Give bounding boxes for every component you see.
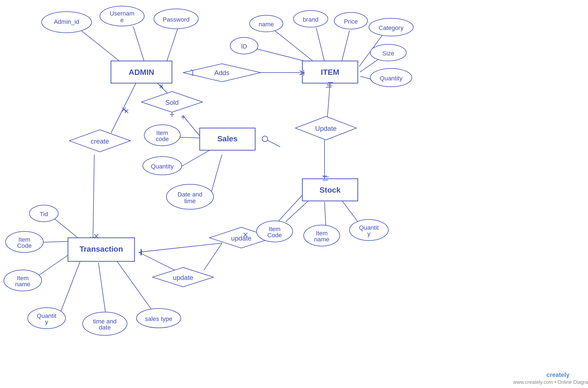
item-id-label: ID <box>241 43 247 50</box>
sales-dt-label: Date and <box>178 191 202 198</box>
adds-label: Adds <box>214 69 230 76</box>
username-label: Usernam <box>110 10 134 17</box>
svg-point-32 <box>262 136 268 142</box>
update-trans-label: update <box>173 274 193 281</box>
svg-line-3 <box>275 30 313 62</box>
item-name-label: name <box>258 21 274 28</box>
sold-label: Sold <box>165 99 179 106</box>
sales-qty-label: Quantity <box>151 163 174 170</box>
stock-qty-label2: y <box>368 230 371 237</box>
create-label: create <box>91 137 109 145</box>
svg-line-22 <box>111 83 136 133</box>
svg-line-6 <box>255 48 306 62</box>
trans-itemcode-label2: Code <box>17 242 32 249</box>
svg-line-2 <box>166 29 178 62</box>
svg-line-19 <box>183 116 200 136</box>
trans-qty-label2: y <box>45 318 48 325</box>
sales-dt-label2: time <box>184 198 196 205</box>
svg-line-56 <box>60 261 80 315</box>
stock-itemname-label2: name <box>314 236 329 243</box>
svg-line-37 <box>327 83 330 119</box>
svg-line-47 <box>139 243 222 252</box>
item-qty-label: Quantity <box>380 75 402 82</box>
svg-line-4 <box>316 28 325 62</box>
trans-salestype-label: sales type <box>145 315 172 322</box>
watermark-sub: www.creately.com • Online Diagramming <box>513 379 588 385</box>
svg-line-43 <box>286 201 308 222</box>
svg-line-45 <box>341 200 358 222</box>
svg-line-53 <box>51 216 82 241</box>
trans-timedate-label2: date <box>99 324 111 331</box>
sales-entity-label: Sales <box>217 134 237 143</box>
svg-line-57 <box>98 263 105 312</box>
item-cat-label: Category <box>379 24 403 31</box>
trans-itemname-label2: name <box>15 281 30 288</box>
svg-line-30 <box>211 155 222 194</box>
diagram-container: ADMIN ITEM Sales Stock Transaction Adds … <box>0 0 588 388</box>
stock-entity-label: Stock <box>320 186 341 194</box>
admin-entity-label: ADMIN <box>129 68 154 76</box>
er-diagram: ADMIN ITEM Sales Stock Transaction Adds … <box>0 0 588 388</box>
svg-line-58 <box>116 261 151 309</box>
update-rel-label: update <box>231 234 251 242</box>
item-brand-label: brand <box>303 16 318 23</box>
transaction-entity-label: Transaction <box>79 245 123 253</box>
update-stock-label: Update <box>315 125 336 132</box>
item-size-label: Size <box>382 50 394 57</box>
sales-itemcode-label2: code <box>156 136 169 142</box>
password-label: Password <box>163 16 190 23</box>
watermark-brand: creately <box>546 371 570 378</box>
svg-line-25 <box>93 155 94 241</box>
svg-line-5 <box>341 30 349 64</box>
svg-line-1 <box>133 26 144 62</box>
admin-id-label: Admin_id <box>54 18 79 25</box>
trans-tid-label: Tid <box>40 211 48 218</box>
item-price-label: Price <box>344 18 358 25</box>
item-entity-label: ITEM <box>321 68 339 76</box>
stock-itemcode-label2: Code <box>267 232 282 239</box>
svg-line-8 <box>360 58 380 72</box>
username-label2: e <box>120 17 124 24</box>
svg-line-44 <box>325 202 326 227</box>
svg-line-52 <box>204 243 222 270</box>
